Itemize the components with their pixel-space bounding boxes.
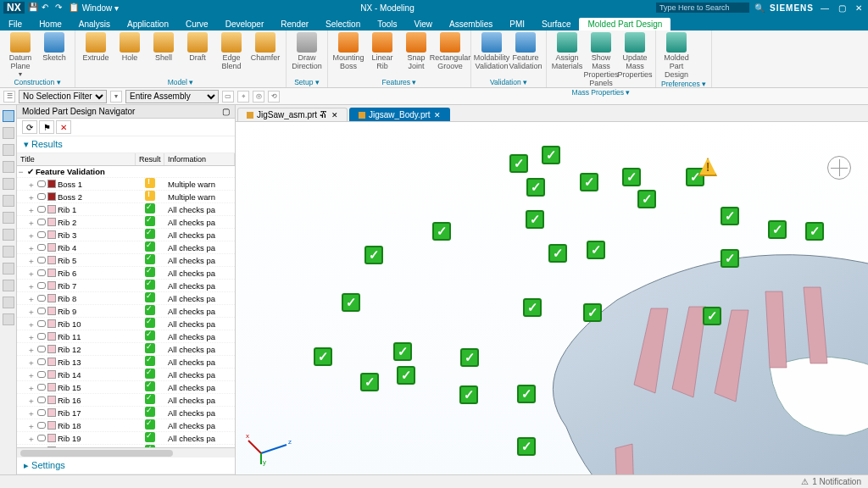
filter-icon[interactable]: ▾ [110, 91, 122, 103]
nav-row-rib-10[interactable]: + Rib 10All checks pa [17, 318, 235, 330]
qat-undo-icon[interactable]: ↶ [42, 3, 52, 13]
ribbon-btn-snap-joint[interactable]: Snap Joint [401, 32, 431, 71]
search-input[interactable] [656, 3, 749, 13]
menu-tab-render[interactable]: Render [272, 18, 317, 30]
rail-icon-4[interactable] [3, 161, 14, 173]
validation-check-marker[interactable]: ✓ [542, 146, 560, 164]
visibility-icon[interactable] [37, 244, 46, 251]
nav-delete-icon[interactable]: ✕ [56, 120, 71, 134]
nav-row-rib-19[interactable]: + Rib 19All checks pa [17, 432, 235, 445]
validation-check-marker[interactable]: ✓ [523, 298, 542, 317]
nav-row-rib-2[interactable]: + Rib 2All checks pa [17, 216, 235, 229]
doc-tab-jigsaw-body-prt[interactable]: Jigsaw_Body.prt ✕ [349, 108, 450, 121]
visibility-icon[interactable] [37, 269, 46, 276]
selection-scope-dropdown[interactable]: Entire Assembly [125, 90, 219, 103]
nav-row-rib-3[interactable]: + Rib 3All checks pa [17, 229, 235, 241]
nav-row-boss-1[interactable]: + Boss 1Multiple warn [17, 178, 235, 191]
ribbon-btn-show-mass-properties-panels[interactable]: Show Mass Properties Panels [586, 32, 616, 88]
visibility-icon[interactable] [37, 295, 46, 302]
nav-row-rib-17[interactable]: + Rib 17All checks pa [17, 407, 235, 419]
menu-tab-developer[interactable]: Developer [217, 18, 273, 30]
validation-check-marker[interactable]: ✓ [509, 154, 528, 173]
view-triad[interactable]: z x y [244, 415, 295, 466]
visibility-icon[interactable] [37, 333, 46, 340]
ribbon-btn-sketch[interactable]: Sketch [39, 32, 70, 77]
menu-tab-curve[interactable]: Curve [177, 18, 217, 30]
visibility-icon[interactable] [37, 180, 46, 187]
ribbon-btn-extrude[interactable]: Extrude [81, 32, 111, 71]
ribbon-btn-feature-validation[interactable]: Feature Validation [510, 32, 541, 71]
rail-icon-2[interactable] [3, 127, 14, 139]
nav-row-rib-5[interactable]: + Rib 5All checks pa [17, 254, 235, 267]
validation-check-marker[interactable]: ✓ [768, 220, 787, 239]
nav-row-rib-14[interactable]: + Rib 14All checks pa [17, 369, 235, 381]
visibility-icon[interactable] [37, 346, 46, 352]
menu-tab-assemblies[interactable]: Assemblies [441, 18, 501, 30]
ribbon-btn-molded-part-design[interactable]: Molded Part Design [661, 32, 692, 80]
rail-icon-3[interactable] [3, 144, 14, 156]
validation-check-marker[interactable]: ✓ [459, 385, 478, 404]
nav-row-rib-18[interactable]: + Rib 18All checks pa [17, 419, 235, 432]
visibility-icon[interactable] [37, 231, 46, 238]
ribbon-btn-assign-materials[interactable]: Assign Materials [552, 32, 582, 88]
tab-close-icon[interactable]: ✕ [434, 111, 441, 119]
rail-icon-6[interactable] [3, 195, 14, 207]
ribbon-group-label[interactable]: Setup ▾ [292, 78, 322, 86]
nav-row-rib-15[interactable]: + Rib 15All checks pa [17, 381, 235, 394]
qb-tool-4[interactable]: ⟲ [268, 91, 280, 103]
tab-close-icon[interactable]: ✕ [331, 111, 338, 119]
rail-navigator-icon[interactable] [3, 110, 14, 122]
validation-check-marker[interactable]: ✓ [364, 246, 383, 264]
validation-check-marker[interactable]: ✓ [622, 168, 641, 186]
menu-tab-home[interactable]: Home [31, 18, 70, 30]
navigator-table[interactable]: −✔ Feature Validation+ Boss 1Multiple wa… [17, 166, 235, 447]
menu-tab-analysis[interactable]: Analysis [70, 18, 119, 30]
rail-icon-13[interactable] [3, 313, 14, 325]
visibility-icon[interactable] [37, 282, 46, 289]
ribbon-group-label[interactable]: Validation ▾ [476, 78, 541, 86]
visibility-icon[interactable] [37, 206, 46, 213]
ribbon-btn-moldability-validation[interactable]: Moldability Validation [476, 32, 507, 71]
validation-check-marker[interactable]: ✓ [580, 173, 598, 191]
rail-icon-10[interactable] [3, 263, 14, 274]
rail-icon-11[interactable] [3, 280, 14, 291]
validation-check-marker[interactable]: ✓ [342, 293, 360, 312]
validation-check-marker[interactable]: ✓ [526, 210, 544, 229]
nav-row-rib-13[interactable]: + Rib 13All checks pa [17, 356, 235, 369]
validation-check-marker[interactable]: ✓ [432, 222, 451, 241]
qat-save-icon[interactable]: 💾 [28, 3, 38, 13]
nav-row-rib-7[interactable]: + Rib 7All checks pa [17, 280, 235, 292]
validation-check-marker[interactable]: ✓ [526, 178, 545, 197]
nav-row-rib-4[interactable]: + Rib 4All checks pa [17, 241, 235, 254]
validation-check-marker[interactable]: ✓ [583, 303, 602, 322]
col-result[interactable]: Result [136, 153, 164, 165]
selection-filter-dropdown[interactable]: No Selection Filter [19, 90, 107, 103]
qb-tool-2[interactable]: ⌖ [237, 91, 249, 103]
ribbon-btn-chamfer[interactable]: Chamfer [250, 32, 281, 71]
rail-icon-8[interactable] [3, 229, 14, 241]
nav-refresh-icon[interactable]: ⟳ [22, 120, 37, 134]
rail-icon-5[interactable] [3, 178, 14, 190]
nav-row-boss-2[interactable]: + Boss 2Multiple warn [17, 191, 235, 203]
visibility-icon[interactable] [37, 358, 46, 365]
menu-tab-view[interactable]: View [406, 18, 442, 30]
qb-tool-3[interactable]: ◎ [253, 91, 264, 103]
validation-check-marker[interactable]: ✓ [703, 307, 721, 325]
results-section-header[interactable]: ▾ Results [17, 136, 235, 153]
ribbon-btn-draft[interactable]: Draft [182, 32, 213, 71]
rail-icon-9[interactable] [3, 246, 14, 258]
window-menu[interactable]: Window ▾ [82, 3, 119, 13]
visibility-icon[interactable] [37, 396, 46, 403]
maximize-button[interactable]: ▢ [836, 3, 848, 13]
validation-check-marker[interactable]: ✓ [517, 385, 536, 403]
menu-tab-surface[interactable]: Surface [533, 18, 579, 30]
ribbon-btn-hole[interactable]: Hole [114, 32, 145, 71]
nav-row-rib-1[interactable]: + Rib 1All checks pa [17, 203, 235, 216]
ribbon-btn-rectangular-groove[interactable]: Rectangular Groove [435, 32, 465, 71]
qat-copy-icon[interactable]: 📋 [69, 3, 79, 13]
ribbon-btn-update-mass-properties[interactable]: Update Mass Properties [620, 32, 650, 88]
close-button[interactable]: ✕ [853, 3, 865, 13]
ribbon-btn-edge-blend[interactable]: Edge Blend [216, 32, 247, 71]
validation-warning-marker[interactable]: ! [698, 158, 717, 176]
menu-tab-tools[interactable]: Tools [369, 18, 405, 30]
